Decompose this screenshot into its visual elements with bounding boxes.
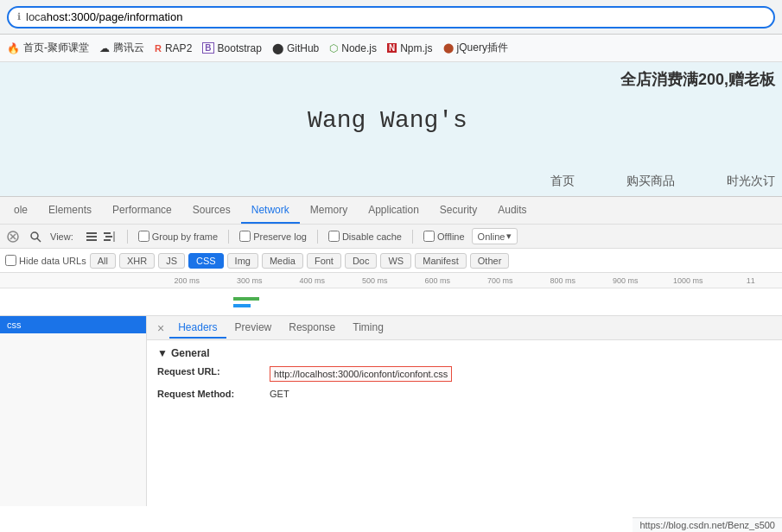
svg-rect-6 — [86, 236, 97, 238]
offline-checkbox[interactable]: Offline — [423, 231, 465, 242]
disable-cache-input[interactable] — [328, 231, 340, 242]
filter-css[interactable]: CSS — [188, 253, 224, 269]
tab-sources[interactable]: Sources — [182, 197, 241, 224]
offline-input[interactable] — [423, 231, 435, 242]
filter-img[interactable]: Img — [227, 253, 258, 269]
tick-400: 400 ms — [281, 276, 344, 285]
tab-network[interactable]: Network — [241, 197, 300, 224]
bookmark-icon-home: 🔥 — [7, 42, 20, 54]
preserve-log-input[interactable] — [239, 231, 251, 242]
tab-security[interactable]: Security — [429, 197, 487, 224]
tab-performance[interactable]: Performance — [102, 197, 182, 224]
left-panel: css — [0, 316, 147, 506]
bookmark-icon-rap2: R — [155, 43, 162, 54]
tick-900: 900 ms — [594, 276, 658, 285]
page-title: Wang Wang's — [0, 107, 775, 134]
timeline-ruler: 200 ms 300 ms 400 ms 500 ms 600 ms 700 m… — [0, 273, 782, 288]
filter-media[interactable]: Media — [262, 253, 303, 269]
filter-xhr[interactable]: XHR — [119, 253, 155, 269]
right-panel: × Headers Preview Response Timing ▼ Gene… — [147, 316, 782, 506]
filter-all[interactable]: All — [90, 253, 116, 269]
toolbar-separator-1 — [127, 230, 128, 244]
search-button[interactable] — [28, 229, 43, 244]
filter-js[interactable]: JS — [158, 253, 185, 269]
bookmark-npm[interactable]: N Npm.js — [387, 42, 433, 54]
svg-rect-7 — [86, 239, 97, 241]
bookmark-nodejs[interactable]: ⬡ Node.js — [329, 42, 377, 54]
hide-data-urls-checkbox[interactable]: Hide data URLs — [5, 255, 86, 266]
tick-700: 700 ms — [469, 276, 532, 285]
bookmark-tencent[interactable]: ☁ 腾讯云 — [99, 41, 144, 55]
timeline-bars — [0, 288, 782, 316]
nav-label-1: 首页 — [550, 174, 575, 189]
tick-1000: 1000 ms — [657, 276, 720, 285]
detail-tab-preview[interactable]: Preview — [226, 318, 281, 339]
info-icon: ℹ — [17, 11, 21, 22]
bookmarks-bar: 🔥 首页-聚师课堂 ☁ 腾讯云 R RAP2 B Bootstrap ⬤ Git… — [0, 35, 782, 62]
left-panel-item-css[interactable]: css — [0, 316, 146, 333]
filter-ws[interactable]: WS — [380, 253, 411, 269]
timeline-area: 200 ms 300 ms 400 ms 500 ms 600 ms 700 m… — [0, 273, 782, 316]
detail-tab-response[interactable]: Response — [280, 318, 344, 339]
online-dropdown[interactable]: Online ▾ — [472, 228, 518, 244]
preserve-log-checkbox[interactable]: Preserve log — [239, 231, 307, 242]
filter-other[interactable]: Other — [470, 253, 510, 269]
svg-point-3 — [31, 232, 38, 239]
bookmark-icon-tencent: ☁ — [99, 42, 110, 54]
tab-audits[interactable]: Audits — [487, 197, 537, 224]
request-url-value[interactable]: http://localhost:3000/iconfont/iconfont.… — [270, 366, 452, 382]
svg-rect-8 — [104, 232, 111, 234]
tick-800: 800 ms — [531, 276, 594, 285]
bookmark-github[interactable]: ⬤ GitHub — [272, 42, 319, 54]
filter-bar: Hide data URLs All XHR JS CSS Img Media … — [0, 249, 782, 273]
view-label: View: — [50, 231, 73, 242]
bottom-bar: https://blog.csdn.net/Benz_s500 — [633, 517, 782, 532]
devtools-panel: ole Elements Performance Sources Network… — [0, 196, 782, 506]
group-by-frame-input[interactable] — [138, 231, 149, 242]
request-method-label: Request Method: — [157, 389, 270, 399]
bookmark-rap2[interactable]: R RAP2 — [155, 42, 192, 54]
toolbar-separator-2 — [228, 230, 229, 244]
url-main: host:3000/page/information — [47, 10, 183, 23]
filter-manifest[interactable]: Manifest — [415, 253, 467, 269]
tick-500: 500 ms — [344, 276, 407, 285]
bookmark-home[interactable]: 🔥 首页-聚师课堂 — [7, 41, 89, 55]
group-by-frame-checkbox[interactable]: Group by frame — [138, 231, 218, 242]
svg-rect-9 — [105, 236, 112, 238]
detail-tab-headers[interactable]: Headers — [169, 318, 226, 339]
section-collapse-icon[interactable]: ▼ — [157, 347, 168, 359]
request-method-value: GET — [270, 389, 289, 399]
view-icon-group — [84, 229, 117, 244]
tick-300: 300 ms — [219, 276, 282, 285]
url-input[interactable]: ℹ locahost:3000/page/information — [7, 6, 775, 28]
bottom-bar-text: https://blog.csdn.net/Benz_s500 — [639, 520, 775, 530]
svg-rect-5 — [86, 232, 97, 234]
request-method-row: Request Method: GET — [157, 387, 772, 401]
network-toolbar: View: Group by frame Preserve log Disabl… — [0, 225, 782, 249]
hide-data-urls-input[interactable] — [5, 255, 16, 266]
page-nav-labels: 首页 购买商品 时光次订 — [550, 174, 775, 189]
list-view-icon[interactable] — [84, 229, 99, 244]
detail-tab-bar: × Headers Preview Response Timing — [147, 316, 782, 340]
filter-font[interactable]: Font — [307, 253, 341, 269]
page-content: 全店消费满200,赠老板 Wang Wang's 首页 购买商品 时光次订 — [0, 62, 782, 196]
tab-console[interactable]: ole — [3, 197, 38, 224]
tick-200: 200 ms — [156, 276, 219, 285]
bookmark-jquery[interactable]: ⬤ jQuery插件 — [443, 41, 508, 55]
svg-line-4 — [37, 238, 41, 242]
tab-application[interactable]: Application — [358, 197, 429, 224]
request-url-label: Request URL: — [157, 366, 270, 377]
detail-content: ▼ General Request URL: http://localhost:… — [147, 340, 782, 411]
bookmark-icon-github: ⬤ — [272, 42, 283, 54]
toolbar-separator-4 — [412, 230, 413, 244]
clear-button[interactable] — [5, 229, 21, 244]
filter-doc[interactable]: Doc — [345, 253, 378, 269]
detail-tab-timing[interactable]: Timing — [344, 318, 392, 339]
detail-close-button[interactable]: × — [152, 320, 169, 337]
bookmark-bootstrap[interactable]: B Bootstrap — [202, 42, 262, 54]
disable-cache-checkbox[interactable]: Disable cache — [328, 231, 402, 242]
waterfall-view-icon[interactable] — [101, 229, 117, 244]
devtools-tab-bar: ole Elements Performance Sources Network… — [0, 197, 782, 225]
tab-memory[interactable]: Memory — [300, 197, 358, 224]
tab-elements[interactable]: Elements — [38, 197, 102, 224]
